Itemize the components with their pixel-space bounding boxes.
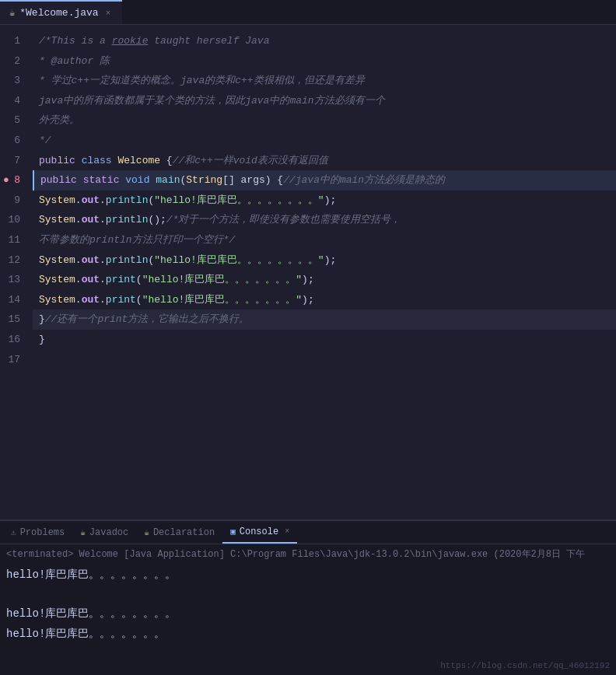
code-line-4: java中的所有函数都属于某个类的方法，因此java中的main方法必须有一个 bbox=[33, 91, 616, 111]
editor-area: 1 2 3 4 5 6 7 8 9 10 11 12 13 14 15 16 1… bbox=[0, 25, 616, 519]
panel-tab-problems[interactable]: ⚠ Problems bbox=[3, 521, 72, 544]
code-line-2: * @author 陈 bbox=[33, 51, 616, 72]
tab-label: *Welcome.java bbox=[19, 7, 98, 19]
console-content: <terminated> Welcome [Java Application] … bbox=[0, 544, 616, 675]
declaration-icon: ☕ bbox=[144, 527, 149, 537]
code-line-16: } bbox=[33, 330, 616, 350]
panel-tab-console-label: Console bbox=[240, 526, 278, 537]
console-output: hello!库巴库巴。。。。。。。。 hello!库巴库巴。。。。。。。。 he… bbox=[6, 565, 610, 644]
code-line-14: System.out.print("hello!库巴库巴。。。。。。。"); bbox=[33, 290, 616, 310]
code-line-6: */ bbox=[33, 131, 616, 151]
code-line-1: /*This is a rookie taught herself Java bbox=[33, 31, 616, 51]
code-line-17 bbox=[33, 350, 616, 370]
code-container[interactable]: 1 2 3 4 5 6 7 8 9 10 11 12 13 14 15 16 1… bbox=[0, 25, 616, 519]
code-line-15: }//还有一个print方法，它输出之后不换行。 bbox=[33, 310, 616, 330]
panel-tab-javadoc-label: Javadoc bbox=[89, 527, 128, 538]
code-line-12: System.out.println("hello!库巴库巴。。。。。。。。")… bbox=[33, 250, 616, 271]
console-output-line-1: hello!库巴库巴。。。。。。。。 bbox=[6, 565, 610, 585]
editor-tab-welcome[interactable]: ☕ *Welcome.java × bbox=[0, 0, 122, 24]
panel-tab-javadoc[interactable]: ☕ Javadoc bbox=[72, 521, 136, 544]
code-line-11: 不带参数的println方法只打印一个空行*/ bbox=[33, 230, 616, 250]
code-line-10: System.out.println();/*对于一个方法，即使没有参数也需要使… bbox=[33, 210, 616, 230]
console-output-line-2 bbox=[6, 585, 610, 604]
tab-bar: ☕ *Welcome.java × bbox=[0, 0, 616, 25]
tab-icon: ☕ bbox=[9, 7, 15, 19]
javadoc-icon: ☕ bbox=[80, 527, 86, 537]
problems-icon: ⚠ bbox=[11, 527, 16, 537]
code-line-9: System.out.println("hello!库巴库巴。。。。。。。。")… bbox=[33, 191, 616, 211]
console-output-line-3: hello!库巴库巴。。。。。。。。 bbox=[6, 604, 610, 624]
bottom-panel: ⚠ Problems ☕ Javadoc ☕ Declaration ▣ Con… bbox=[0, 519, 616, 675]
console-output-line-4-row: hello!库巴库巴。。。。。。。 bbox=[6, 624, 610, 644]
code-line-8: public static void main(String[] args) {… bbox=[33, 170, 616, 191]
panel-tab-declaration-label: Declaration bbox=[153, 527, 215, 538]
panel-tab-declaration[interactable]: ☕ Declaration bbox=[136, 521, 222, 544]
console-output-line-4: hello!库巴库巴。。。。。。。 bbox=[6, 624, 165, 644]
console-tab-close-button[interactable]: × bbox=[285, 527, 289, 536]
code-line-3: * 学过c++一定知道类的概念。java的类和c++类很相似，但还是有差异 bbox=[33, 71, 616, 91]
code-line-7: public class Welcome {//和c++一样void表示没有返回… bbox=[33, 151, 616, 171]
line-numbers: 1 2 3 4 5 6 7 8 9 10 11 12 13 14 15 16 1… bbox=[0, 25, 33, 519]
code-lines[interactable]: /*This is a rookie taught herself Java *… bbox=[33, 25, 616, 519]
code-line-5: 外壳类。 bbox=[33, 110, 616, 131]
console-terminated-line: <terminated> Welcome [Java Application] … bbox=[6, 547, 610, 561]
code-line-13: System.out.print("hello!库巴库巴。。。。。。。"); bbox=[33, 270, 616, 290]
tab-close-button[interactable]: × bbox=[103, 8, 114, 19]
panel-tab-console[interactable]: ▣ Console × bbox=[222, 521, 297, 544]
console-icon: ▣ bbox=[230, 526, 236, 537]
panel-tab-problems-label: Problems bbox=[20, 527, 65, 538]
panel-tabs: ⚠ Problems ☕ Javadoc ☕ Declaration ▣ Con… bbox=[0, 521, 616, 544]
watermark: https://blog.csdn.net/qq_46012192 bbox=[440, 661, 610, 670]
